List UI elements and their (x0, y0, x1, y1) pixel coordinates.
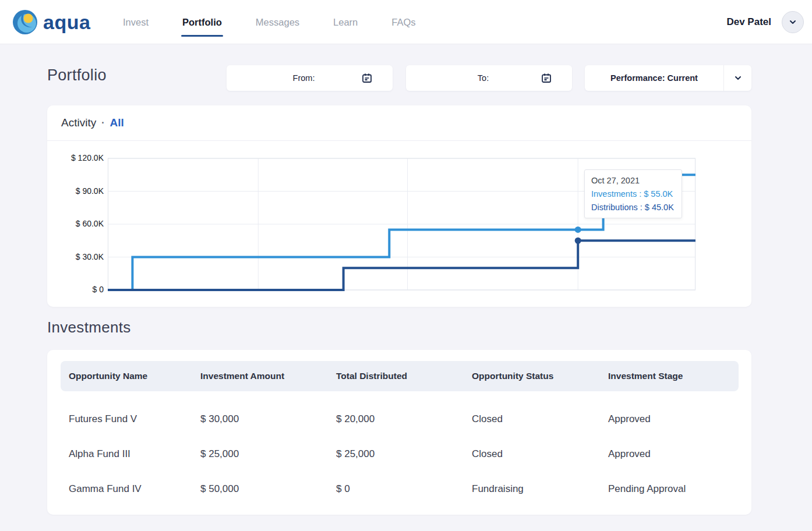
nav-item-portfolio[interactable]: Portfolio (182, 17, 222, 28)
table-row: Alpha Fund III$ 25,000$ 25,000ClosedAppr… (61, 437, 739, 472)
table-cell: $ 30,000 (200, 413, 336, 425)
table-cell: Approved (608, 413, 739, 425)
calendar-icon (541, 72, 552, 84)
page-title: Portfolio (47, 66, 107, 84)
date-to-picker[interactable]: To: (406, 65, 572, 91)
table-cell: $ 0 (336, 483, 472, 495)
table-cell: Gamma Fund IV (69, 483, 200, 495)
calendar-icon (361, 72, 373, 84)
performance-select-toggle[interactable] (723, 65, 751, 91)
nav-item-learn[interactable]: Learn (333, 17, 358, 28)
table-header-row: Opportunity NameInvestment AmountTotal D… (61, 361, 739, 391)
chart-tooltip: Oct 27, 2021 Investments : $ 55.0K Distr… (584, 169, 682, 218)
table-cell: Approved (608, 448, 739, 460)
table-body: Futures Fund V$ 30,000$ 20,000ClosedAppr… (61, 402, 739, 507)
performance-select[interactable]: Performance: Current (585, 65, 751, 91)
wave-logo-icon (13, 10, 37, 34)
table-cell: $ 20,000 (336, 413, 472, 425)
table-cell: Closed (472, 413, 608, 425)
activity-title: Activity (61, 116, 96, 129)
table-row: Gamma Fund IV$ 50,000$ 0FundraisingPendi… (61, 472, 739, 507)
chevron-down-icon (733, 73, 743, 83)
table-cell: $ 25,000 (200, 448, 336, 460)
column-header: Investment Stage (608, 371, 739, 381)
performance-select-value: Performance: Current (585, 73, 723, 83)
main-nav: InvestPortfolioMessagesLearnFAQs (123, 0, 416, 44)
column-header: Total Distributed (336, 371, 472, 381)
y-axis-tick-label: $ 120.0K (47, 153, 104, 162)
table-cell: Futures Fund V (69, 413, 200, 425)
highlight-dot-distributions (575, 238, 581, 244)
activity-separator: · (101, 118, 104, 128)
investments-table-card: Opportunity NameInvestment AmountTotal D… (47, 350, 751, 515)
nav-item-faqs[interactable]: FAQs (391, 17, 415, 28)
column-header: Opportunity Name (69, 371, 200, 381)
table-cell: Closed (472, 448, 608, 460)
table-cell: Pending Approval (608, 483, 739, 495)
y-axis-tick-label: $ 90.0K (47, 186, 104, 196)
brand-wordmark: aqua (43, 10, 90, 34)
app-header: aqua InvestPortfolioMessagesLearnFAQs De… (0, 0, 812, 44)
user-name: Dev Patel (726, 16, 771, 28)
table-row: Futures Fund V$ 30,000$ 20,000ClosedAppr… (61, 402, 739, 437)
brand-logo[interactable]: aqua (13, 10, 90, 34)
column-header: Opportunity Status (472, 371, 608, 381)
tooltip-date: Oct 27, 2021 (591, 176, 675, 185)
y-axis-tick-label: $ 60.0K (47, 219, 104, 228)
table-cell: $ 25,000 (336, 448, 472, 460)
table-cell: Alpha Fund III (69, 448, 200, 460)
date-from-label: From: (227, 73, 361, 83)
chevron-down-icon (788, 17, 797, 27)
table-cell: $ 50,000 (200, 483, 336, 495)
tooltip-investments-value: Investments : $ 55.0K (591, 189, 675, 199)
highlight-dot-investments (575, 226, 581, 233)
column-header: Investment Amount (200, 371, 336, 381)
date-to-label: To: (406, 73, 541, 83)
activity-filter-all-link[interactable]: All (110, 116, 124, 129)
date-from-picker[interactable]: From: (227, 65, 393, 91)
user-menu-button[interactable] (782, 11, 804, 33)
investments-section-title: Investments (47, 318, 130, 337)
nav-item-invest[interactable]: Invest (123, 17, 149, 28)
series-line-distributions (108, 240, 696, 290)
activity-card: Activity · All $ 120.0K$ 90.0K$ 60.0K$ 3… (47, 105, 751, 307)
y-axis-tick-label: $ 30.0K (47, 252, 104, 261)
user-area: Dev Patel (726, 0, 804, 44)
activity-card-header: Activity · All (47, 105, 751, 141)
y-axis-tick-label: $ 0 (47, 285, 104, 294)
tooltip-distributions-value: Distributions : $ 45.0K (591, 203, 675, 212)
table-cell: Fundraising (472, 483, 608, 495)
nav-item-messages[interactable]: Messages (256, 17, 299, 28)
